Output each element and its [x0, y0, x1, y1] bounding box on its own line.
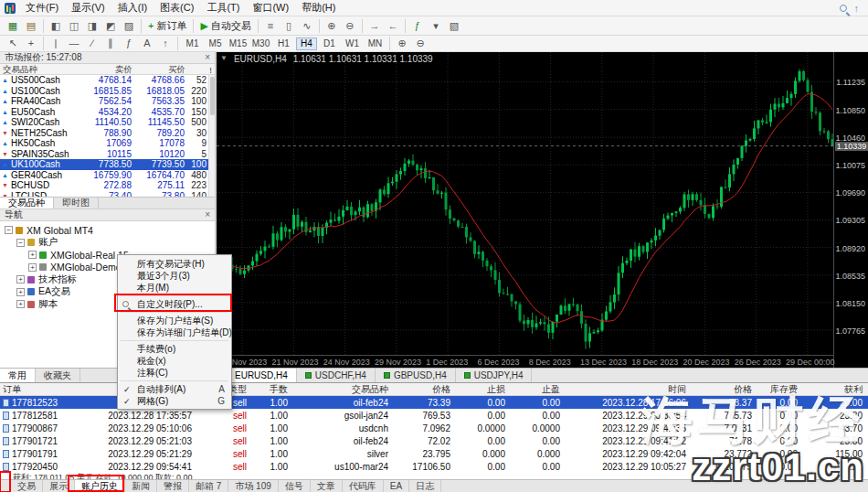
context-menu-item-10[interactable]: 税金(x): [118, 355, 231, 367]
expand-icon[interactable]: +: [16, 300, 25, 308]
expand-icon[interactable]: +: [16, 275, 25, 283]
history-row[interactable]: 1779017912023.12.29 05:21:29sell1.00silv…: [0, 447, 868, 460]
history-col-11[interactable]: 获利: [803, 383, 868, 396]
horizontal-line-button[interactable]: ―: [65, 36, 83, 51]
history-col-6[interactable]: 止损: [456, 383, 511, 396]
terminal-tab-0[interactable]: 交易: [11, 480, 43, 492]
chart-dropdown-icon[interactable]: ▼: [220, 54, 228, 64]
menu-item-4[interactable]: 工具(T): [200, 0, 246, 16]
indicators-button[interactable]: ƒ: [408, 18, 427, 34]
market-watch-row[interactable]: ▲UK100Cash7738.507739.50100: [0, 159, 215, 170]
market-watch-tab-1[interactable]: 即时图: [54, 198, 99, 209]
context-menu-item-13[interactable]: ✓自动排列(A)A: [118, 383, 231, 395]
context-menu-item-11[interactable]: 注释(C): [118, 367, 231, 379]
market-watch-row[interactable]: ▼BCHUSD272.88275.11223: [0, 180, 215, 191]
zoom-out-button[interactable]: ⊖: [341, 18, 359, 34]
timeframe-h4[interactable]: H4: [296, 37, 317, 50]
market-watch-row[interactable]: ▼SPAIN35Cash10115101205: [0, 149, 215, 160]
history-row[interactable]: 1779008672023.12.29 05:10:06sell1.00usdc…: [0, 422, 868, 434]
context-menu-item-4[interactable]: 自定义时段(P)...: [118, 298, 231, 310]
navigator-tab-0[interactable]: 常用: [0, 369, 36, 382]
history-row[interactable]: 1779204502023.12.29 09:54:41sell1.00us10…: [0, 460, 868, 473]
timeframe-m15[interactable]: M15: [228, 37, 249, 50]
history-col-3[interactable]: 手数: [252, 383, 293, 396]
context-menu-item-1[interactable]: 最近3个月(3): [118, 270, 231, 282]
collapse-icon[interactable]: −: [5, 226, 13, 234]
market-watch-row[interactable]: ▲HK50Cash17069170789: [0, 138, 215, 149]
terminal-tab-8[interactable]: 文章: [311, 480, 343, 492]
tree-item[interactable]: −账户: [3, 237, 215, 250]
expand-icon[interactable]: +: [28, 263, 37, 272]
terminal-tab-5[interactable]: 邮箱 7: [189, 480, 228, 492]
timeframe-m5[interactable]: M5: [205, 37, 226, 50]
close-icon[interactable]: ×: [205, 210, 210, 219]
timeframe-w1[interactable]: W1: [342, 37, 363, 50]
terminal-tab-4[interactable]: 警报: [157, 480, 189, 492]
new-order-button[interactable]: +新订单: [144, 18, 190, 34]
price-axis[interactable]: 1.112351.108501.104601.100751.096901.093…: [833, 52, 868, 368]
terminal-tab-11[interactable]: 日志: [409, 480, 441, 492]
arrow-up-icon[interactable]: ↑: [854, 4, 860, 13]
market-watch-tab-0[interactable]: 交易品种: [0, 198, 54, 209]
market-watch-row[interactable]: ▲GER40Cash16759.9016764.70480: [0, 170, 215, 181]
expand-icon[interactable]: +: [28, 251, 37, 259]
terminal-tab-10[interactable]: EA: [384, 480, 409, 492]
scrollbar-thumb[interactable]: [210, 77, 215, 115]
cursor-button[interactable]: ↖: [4, 36, 22, 51]
market-watch-row[interactable]: ▲US100Cash16815.8516818.05220: [0, 86, 215, 97]
market-watch-row[interactable]: ▲EU50Cash4534.204535.70150: [0, 107, 215, 118]
chart-tab-3[interactable]: USDJPY,H4: [456, 369, 533, 382]
terminal-tab-6[interactable]: 市场 109: [228, 480, 278, 492]
market-watch-row[interactable]: ▲US500Cash4768.144768.6652: [0, 75, 215, 86]
history-col-9[interactable]: 价格: [692, 383, 757, 396]
history-col-8[interactable]: 时间: [566, 383, 692, 396]
market-watch-col-3[interactable]: !: [188, 65, 215, 75]
close-icon[interactable]: ×: [205, 53, 210, 62]
timeframe-m1[interactable]: M1: [182, 37, 203, 50]
zoom-in2-button[interactable]: ⊕: [393, 36, 411, 51]
chart-bars-button[interactable]: ≡: [261, 18, 280, 34]
market-watch-row[interactable]: ▼LTCUSD73.4073.80140: [0, 191, 215, 198]
expand-icon[interactable]: +: [16, 288, 25, 296]
market-watch-scrollbar[interactable]: [208, 75, 215, 197]
terminal-tab-2[interactable]: 账户历史: [75, 480, 125, 492]
trendline-button[interactable]: ∕: [83, 36, 101, 51]
context-menu-item-2[interactable]: 本月(M): [118, 282, 231, 294]
history-col-0[interactable]: 订单: [0, 383, 80, 396]
context-menu-item-9[interactable]: 手续费(o): [118, 343, 231, 355]
text-label-button[interactable]: A: [138, 36, 156, 51]
context-menu-item-14[interactable]: ✓网格(G)G: [118, 395, 231, 407]
equidistant-channel-button[interactable]: ∥: [101, 36, 120, 51]
timeframe-m30[interactable]: M30: [250, 37, 271, 50]
chart-profiles-button[interactable]: ▤: [22, 18, 40, 34]
timeframes-menu-button[interactable]: ▾: [427, 18, 445, 34]
chart-candles-button[interactable]: ▯: [280, 18, 298, 34]
menu-item-1[interactable]: 显示(V): [65, 0, 111, 16]
navigator-toggle-button[interactable]: ◨: [83, 18, 101, 34]
history-col-7[interactable]: 止盈: [511, 383, 566, 396]
history-col-10[interactable]: 库存费: [757, 383, 803, 396]
price-chart[interactable]: [217, 52, 833, 355]
market-watch-row[interactable]: ▼NETH25Cash788.90789.2030: [0, 128, 215, 139]
tree-item[interactable]: −XM Global MT4: [3, 224, 215, 237]
menu-item-2[interactable]: 插入(I): [111, 0, 153, 16]
autotrading-button[interactable]: ▶自动交易: [196, 18, 254, 34]
terminal-tab-1[interactable]: 展示: [43, 480, 75, 492]
history-row[interactable]: 1778125812023.12.28 17:35:57sell1.00gsoi…: [0, 409, 868, 422]
time-axis[interactable]: 16 Nov 202321 Nov 202324 Nov 202329 Nov …: [217, 355, 833, 368]
context-menu-item-6[interactable]: 保存为门户结单(S): [118, 315, 231, 326]
menu-item-3[interactable]: 图表(C): [153, 0, 200, 16]
context-menu-item-7[interactable]: 保存为详细门户结单(D): [118, 326, 231, 338]
zoom-out2-button[interactable]: ⊖: [411, 36, 429, 51]
context-menu-item-0[interactable]: 所有交易记录(H): [118, 258, 231, 270]
auto-scroll-button[interactable]: →: [365, 18, 384, 34]
fibonacci-button[interactable]: ƒ: [120, 36, 138, 51]
timeframe-h1[interactable]: H1: [273, 37, 294, 50]
new-chart-button[interactable]: ▦: [4, 18, 22, 34]
chart-line-button[interactable]: ∿: [298, 18, 316, 34]
chart-tab-1[interactable]: USDCHF,H4: [297, 369, 376, 382]
arrow-tool-button[interactable]: ↑: [156, 36, 175, 51]
market-watch-row[interactable]: ▲SWI20Cash11140.5011145.50500: [0, 117, 215, 128]
history-col-4[interactable]: 交易品种: [293, 383, 394, 396]
market-watch-row[interactable]: ▲FRA40Cash7562.547563.35100: [0, 96, 215, 107]
